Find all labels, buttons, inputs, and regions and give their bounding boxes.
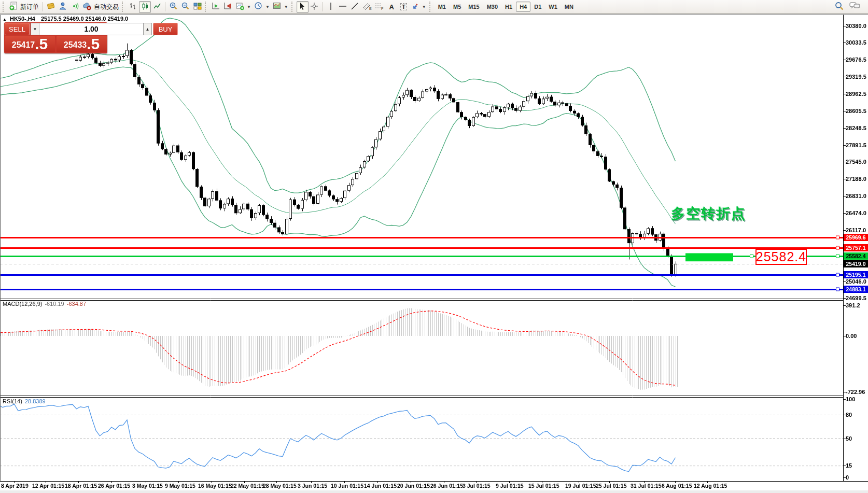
line-chart-mode-button[interactable] — [151, 1, 163, 13]
signals-button[interactable] — [69, 1, 81, 13]
auto-trading-button[interactable]: 自动交易 — [81, 1, 120, 13]
magnifier-plus-icon — [169, 2, 178, 12]
price-tick-label: 29319.5 — [846, 74, 866, 80]
auto-trading-label: 自动交易 — [94, 3, 119, 11]
price-tick-label: 28605.5 — [846, 108, 866, 114]
new-order-label: 新订单 — [20, 3, 39, 11]
channel-tool-button[interactable]: E — [361, 1, 373, 13]
buy-button[interactable]: BUY — [153, 23, 178, 35]
rsi-tick-label: 100 — [846, 396, 855, 402]
zoom-out-button[interactable] — [179, 1, 191, 13]
price-badge: 25195.1 — [844, 271, 868, 278]
chart-canvas[interactable] — [0, 15, 868, 493]
timeframe-h1[interactable]: H1 — [501, 2, 516, 12]
chart-template-icon — [273, 2, 282, 12]
time-tick-label: 31 Jul 01:15 — [631, 483, 662, 489]
timeframe-m5[interactable]: M5 — [450, 2, 465, 12]
chevron-down-icon: ▼ — [265, 5, 270, 9]
price-tick-label: 26831.0 — [846, 193, 866, 199]
community-button[interactable] — [57, 1, 69, 13]
search-icon[interactable] — [834, 1, 844, 13]
price-tick-label: 27891.5 — [846, 142, 866, 148]
toolbar: 新订单 自动交易 — [0, 0, 868, 14]
time-tick-label: 22 May 01:15 — [231, 483, 264, 489]
macd-tick-label: -722.96 — [846, 389, 865, 395]
price-badge: 25969.6 — [844, 234, 868, 241]
cursor-tool-button[interactable] — [297, 1, 309, 13]
history-center-button[interactable] — [45, 1, 57, 13]
timeframe-m30[interactable]: M30 — [483, 2, 501, 12]
period-button[interactable]: ▼ — [253, 1, 271, 13]
collapse-triangle-icon: ▲ — [3, 17, 7, 22]
time-tick-label: 12 Aug 01:15 — [694, 483, 727, 489]
time-tick-label: 9 Jul 01:15 — [496, 483, 524, 489]
svg-text:F: F — [381, 7, 383, 10]
chart-shift-button[interactable] — [222, 1, 234, 13]
candlestick-mode-button[interactable] — [139, 1, 151, 13]
auto-scroll-icon — [212, 2, 220, 12]
time-tick-label: 20 Jun 01:15 — [397, 483, 430, 489]
volume-decrease-button[interactable]: ▼ — [31, 23, 39, 35]
yellow-book-icon — [47, 2, 55, 12]
price-callout-box[interactable]: 25582.4 — [755, 249, 807, 265]
fibonacci-icon: F — [375, 2, 384, 12]
volume-increase-button[interactable]: ▲ — [143, 23, 152, 35]
sell-price[interactable]: 25417.5 — [5, 36, 55, 52]
tile-windows-button[interactable] — [191, 1, 203, 13]
chevron-down-icon: ▼ — [422, 5, 426, 9]
candlestick-icon — [141, 2, 149, 12]
time-tick-label: 16 May 01:15 — [198, 483, 232, 489]
timeframe-m1[interactable]: M1 — [435, 2, 450, 12]
tiled-windows-icon — [193, 2, 202, 12]
timeframe-d1[interactable]: D1 — [530, 2, 545, 12]
price-tick-label: 29676.5 — [846, 57, 866, 63]
new-order-button[interactable]: 新订单 — [8, 1, 40, 13]
time-tick-label: 6 Aug 01:15 — [662, 483, 692, 489]
timeframe-m15[interactable]: M15 — [465, 2, 483, 12]
rsi-indicator-label: RSI(14)28.8389 — [3, 398, 46, 404]
chart-shift-icon — [223, 2, 232, 12]
crosshair-tool-button[interactable] — [309, 1, 320, 13]
timeframe-mn[interactable]: MN — [561, 2, 577, 12]
zoom-in-button[interactable] — [167, 1, 179, 13]
fibonacci-tool-button[interactable]: F — [373, 1, 386, 13]
chat-icon[interactable] — [849, 1, 861, 12]
price-tick-label: 30380.0 — [846, 23, 866, 29]
crosshair-icon — [310, 2, 318, 12]
buy-price[interactable]: 25433.5 — [57, 36, 107, 52]
cursor-arrow-icon — [298, 2, 306, 12]
price-badge: 25419.0 — [844, 260, 868, 267]
chevron-down-icon: ▼ — [284, 5, 288, 9]
time-tick-label: 8 Apr 2019 — [1, 483, 29, 489]
trendline-tool-button[interactable] — [349, 1, 361, 13]
auto-scroll-button[interactable] — [210, 1, 222, 13]
bar-chart-mode-button[interactable] — [127, 1, 139, 13]
one-click-trading-panel: SELL ▼ ▲ BUY 25417.5 25433.5 — [4, 22, 107, 53]
clock-icon — [254, 2, 263, 12]
price-badge: 24883.1 — [844, 286, 868, 293]
text-label-tool-button[interactable]: T — [398, 1, 410, 13]
pivot-annotation-text[interactable]: 多空转折点 — [671, 204, 746, 223]
sell-button[interactable]: SELL — [5, 23, 30, 35]
trading-platform-window: 新订单 自动交易 — [0, 0, 868, 493]
price-tick-label: 25046.0 — [846, 278, 866, 285]
macd-tick-label: 391.2 — [846, 302, 860, 308]
horizontal-line-tool-button[interactable] — [337, 1, 349, 13]
rsi-tick-label: 50 — [846, 435, 852, 442]
volume-input[interactable] — [39, 23, 143, 35]
timeframe-h4[interactable]: H4 — [516, 2, 530, 12]
rsi-tick-label: 0 — [846, 474, 849, 481]
svg-text:E: E — [369, 7, 372, 10]
text-tool-button[interactable]: A — [386, 1, 398, 13]
new-chart-button[interactable]: ▼ — [234, 1, 253, 13]
price-badge: 25757.1 — [844, 244, 868, 251]
equidistant-channel-icon: E — [362, 2, 372, 12]
time-tick-label: 25 Jul 01:15 — [596, 483, 627, 489]
time-tick-label: 28 May 01:15 — [263, 483, 297, 489]
vertical-line-tool-button[interactable] — [325, 1, 337, 13]
time-tick-label: 10 Jun 01:15 — [331, 483, 363, 489]
template-button[interactable]: ▼ — [271, 1, 290, 13]
text-tool-icon: A — [389, 3, 394, 11]
timeframe-w1[interactable]: W1 — [545, 2, 561, 12]
arrows-tool-button[interactable]: ▼ — [410, 1, 428, 13]
